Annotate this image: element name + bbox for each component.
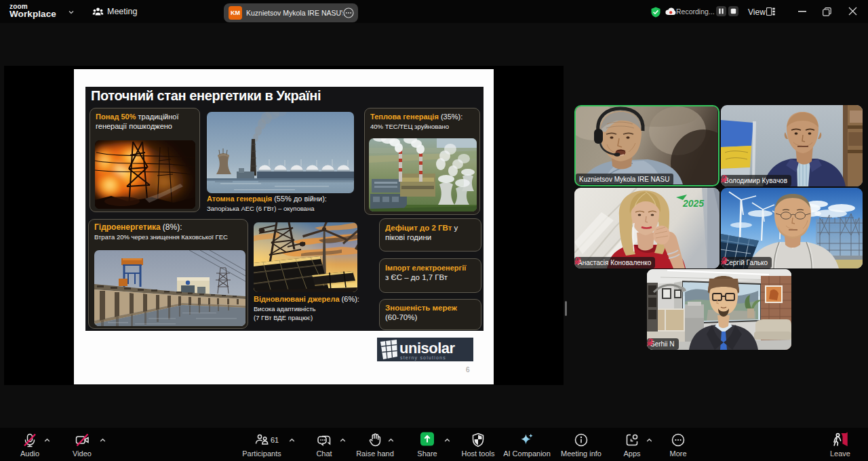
svg-text:sterny solutions: sterny solutions <box>400 355 446 361</box>
svg-text:unisolar: unisolar <box>399 340 456 357</box>
svg-text:2025: 2025 <box>682 198 704 209</box>
